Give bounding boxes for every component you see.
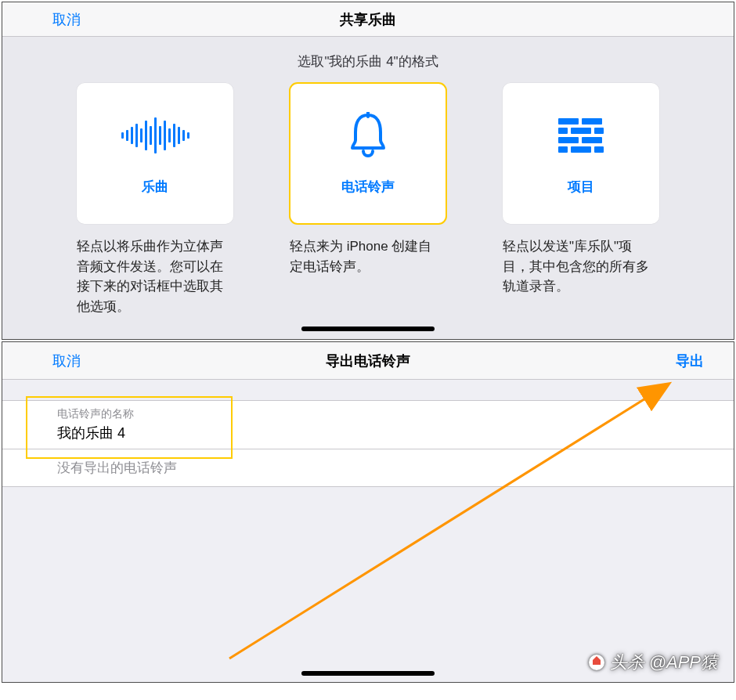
song-card-label: 乐曲 bbox=[142, 178, 168, 196]
nav-bar: 取消 共享乐曲 bbox=[2, 2, 734, 37]
nav-title: 共享乐曲 bbox=[340, 10, 396, 29]
home-indicator bbox=[301, 671, 435, 676]
ringtone-name-caption: 电话铃声的名称 bbox=[57, 407, 679, 421]
share-song-panel: 取消 共享乐曲 选取"我的乐曲 4"的格式 乐曲 轻点以将乐曲作为立体声音频文件… bbox=[2, 2, 734, 340]
ringtone-card-label: 电话铃声 bbox=[341, 178, 395, 196]
cancel-button[interactable]: 取消 bbox=[52, 352, 81, 370]
no-exported-ringtones-row: 没有导出的电话铃声 bbox=[2, 449, 734, 487]
ringtone-name-cell[interactable]: 电话铃声的名称 bbox=[2, 400, 734, 449]
format-subtitle: 选取"我的乐曲 4"的格式 bbox=[2, 52, 734, 70]
watermark-text: 头杀 @APP猿 bbox=[610, 651, 718, 674]
watermark-icon bbox=[588, 654, 605, 671]
waveform-icon bbox=[121, 112, 189, 159]
project-card-label: 项目 bbox=[568, 178, 594, 196]
watermark: 头杀 @APP猿 bbox=[588, 651, 718, 674]
project-card[interactable]: 项目 bbox=[503, 83, 659, 224]
project-icon bbox=[558, 112, 604, 159]
ringtone-name-input[interactable] bbox=[57, 424, 679, 441]
ringtone-card[interactable]: 电话铃声 bbox=[290, 83, 446, 224]
home-indicator bbox=[301, 327, 435, 331]
song-card-desc: 轻点以将乐曲作为立体声音频文件发送。您可以在接下来的对话框中选取其他选项。 bbox=[77, 236, 233, 316]
nav-bar: 取消 导出电话铃声 导出 bbox=[2, 342, 734, 380]
svg-point-2 bbox=[589, 655, 604, 670]
format-cards: 乐曲 轻点以将乐曲作为立体声音频文件发送。您可以在接下来的对话框中选取其他选项。… bbox=[2, 83, 734, 316]
nav-title: 导出电话铃声 bbox=[326, 352, 410, 370]
export-button[interactable]: 导出 bbox=[676, 352, 704, 370]
export-ringtone-panel: 取消 导出电话铃声 导出 电话铃声的名称 没有导出的电话铃声 头杀 @APP猿 bbox=[2, 341, 734, 683]
cancel-button[interactable]: 取消 bbox=[52, 10, 81, 29]
song-card[interactable]: 乐曲 bbox=[77, 83, 233, 224]
project-card-desc: 轻点以发送"库乐队"项目，其中包含您的所有多轨道录音。 bbox=[503, 236, 659, 297]
bell-icon bbox=[346, 112, 390, 159]
ringtone-card-desc: 轻点来为 iPhone 创建自定电话铃声。 bbox=[290, 236, 446, 276]
